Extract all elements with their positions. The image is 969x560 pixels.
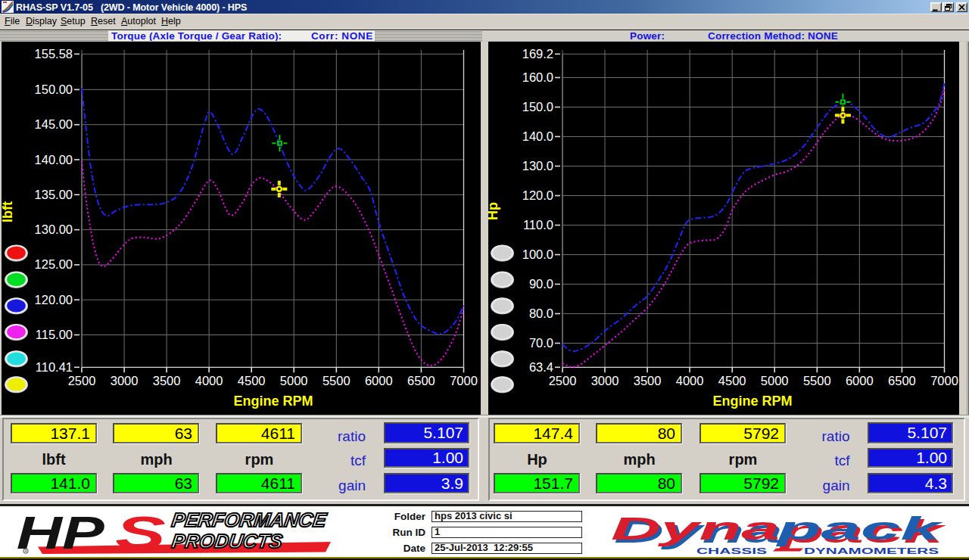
- svg-text:80.0: 80.0: [529, 306, 553, 320]
- svg-text:130.00: 130.00: [35, 222, 73, 236]
- svg-text:140.0: 140.0: [522, 129, 553, 143]
- svg-text:lbft: lbft: [2, 201, 15, 222]
- svg-text:2500: 2500: [68, 374, 96, 387]
- svg-text:4500: 4500: [238, 374, 266, 387]
- svg-text:6000: 6000: [365, 374, 393, 387]
- svg-text:145.00: 145.00: [35, 117, 73, 131]
- svg-text:5500: 5500: [322, 374, 351, 387]
- svg-text:150.00: 150.00: [35, 82, 73, 96]
- svg-text:63.4: 63.4: [529, 360, 553, 374]
- svg-text:90.0: 90.0: [529, 277, 553, 291]
- svg-text:CHASSIS: CHASSIS: [696, 546, 767, 555]
- svg-text:160.0: 160.0: [522, 70, 553, 84]
- svg-text:70.0: 70.0: [529, 336, 553, 350]
- svg-text:4000: 4000: [676, 374, 704, 387]
- svg-text:130.0: 130.0: [522, 159, 553, 173]
- svg-text:HP: HP: [17, 506, 105, 558]
- svg-text:100.0: 100.0: [522, 247, 553, 261]
- svg-text:S: S: [115, 506, 166, 558]
- svg-text:4000: 4000: [195, 374, 223, 387]
- svg-text:Dyna: Dyna: [611, 511, 780, 546]
- svg-text:115.00: 115.00: [36, 328, 73, 341]
- svg-text:155.58: 155.58: [35, 47, 73, 61]
- svg-text:7000: 7000: [930, 374, 958, 387]
- svg-text:6000: 6000: [846, 374, 874, 387]
- svg-text:125.00: 125.00: [35, 257, 73, 271]
- svg-text:5500: 5500: [803, 374, 831, 387]
- svg-text:7000: 7000: [450, 374, 478, 387]
- svg-text:6500: 6500: [888, 374, 916, 387]
- svg-text:4500: 4500: [718, 374, 746, 387]
- svg-text:150.0: 150.0: [522, 100, 553, 114]
- svg-text:pack: pack: [776, 511, 945, 546]
- svg-text:Engine RPM: Engine RPM: [712, 394, 792, 409]
- svg-text:140.00: 140.00: [35, 153, 73, 166]
- svg-text:169.2: 169.2: [522, 47, 553, 61]
- svg-text:5000: 5000: [280, 374, 308, 387]
- svg-text:3500: 3500: [634, 374, 662, 387]
- svg-text:110.0: 110.0: [523, 218, 553, 232]
- svg-text:2500: 2500: [549, 374, 577, 387]
- svg-text:3000: 3000: [591, 374, 619, 387]
- svg-text:Engine RPM: Engine RPM: [233, 394, 313, 409]
- svg-text:6500: 6500: [407, 374, 435, 387]
- svg-text:3500: 3500: [153, 374, 181, 387]
- svg-text:5000: 5000: [761, 374, 789, 387]
- svg-text:3000: 3000: [111, 374, 139, 387]
- svg-text:Hp: Hp: [488, 202, 500, 220]
- svg-text:120.00: 120.00: [35, 293, 73, 306]
- svg-text:DYNAMOMETERS: DYNAMOMETERS: [804, 546, 939, 555]
- svg-text:135.00: 135.00: [35, 188, 73, 201]
- svg-text:120.0: 120.0: [522, 188, 553, 202]
- svg-text:110.41: 110.41: [36, 360, 73, 374]
